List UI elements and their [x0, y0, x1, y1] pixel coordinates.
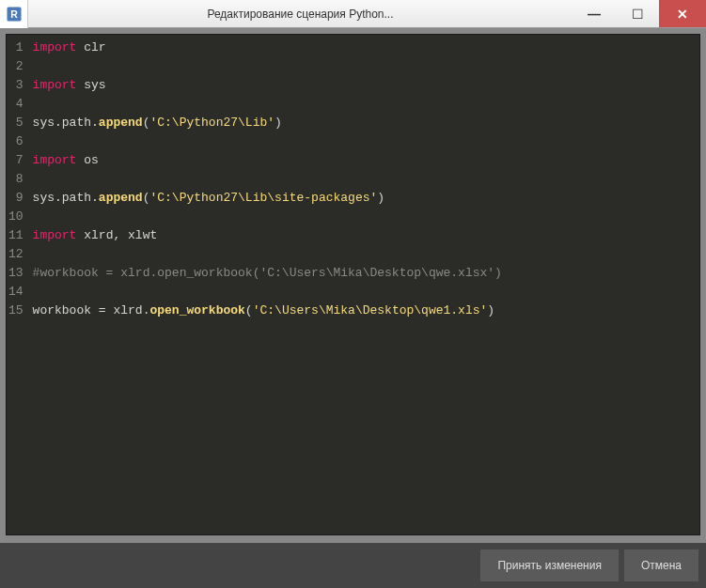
- minimize-button[interactable]: —: [573, 0, 616, 27]
- line-gutter: 123456789101112131415: [7, 35, 29, 534]
- window-title: Редактирование сценария Python...: [28, 8, 573, 21]
- cancel-button[interactable]: Отмена: [624, 549, 698, 581]
- svg-text:R: R: [10, 8, 18, 19]
- maximize-button[interactable]: ☐: [616, 0, 659, 27]
- close-button[interactable]: ✕: [659, 0, 706, 27]
- code-content[interactable]: import clr import sys sys.path.append('C…: [29, 35, 699, 534]
- accept-button[interactable]: Принять изменения: [480, 549, 618, 581]
- code-editor[interactable]: 123456789101112131415 import clr import …: [6, 34, 700, 535]
- window-controls: — ☐ ✕: [573, 0, 706, 27]
- app-icon: R: [0, 0, 28, 28]
- editor-window: R Редактирование сценария Python... — ☐ …: [0, 0, 706, 588]
- footer-bar: Принять изменения Отмена: [0, 543, 706, 588]
- titlebar[interactable]: R Редактирование сценария Python... — ☐ …: [0, 0, 706, 28]
